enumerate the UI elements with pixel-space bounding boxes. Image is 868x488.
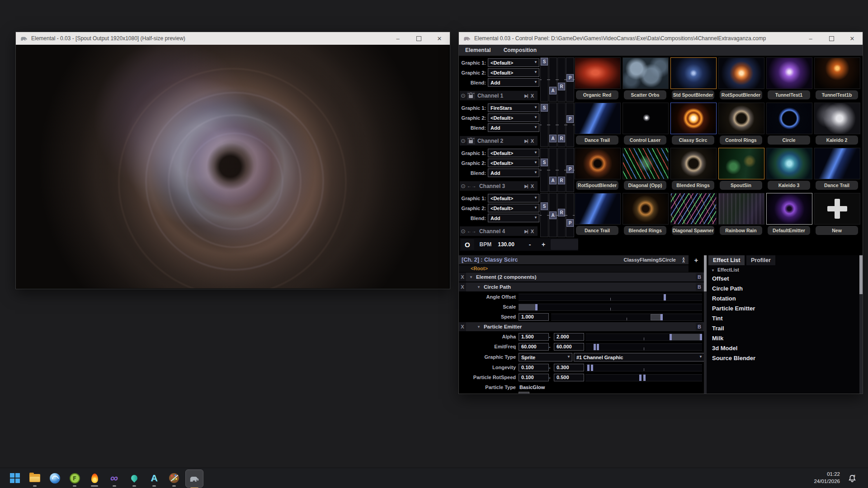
fader-a[interactable]: A (549, 193, 557, 237)
fader-handle-s[interactable]: S (541, 58, 548, 66)
remove-section-button[interactable]: X (459, 282, 466, 291)
fader-s[interactable]: S (540, 193, 548, 237)
channel-name[interactable]: Channel 2 (477, 138, 524, 144)
thumbnail-classy-scirc[interactable]: Classy Scirc (670, 103, 717, 146)
tab-profiler[interactable]: Profiler (746, 255, 775, 265)
fader-a[interactable]: A (549, 103, 557, 147)
collapse-triangle-icon[interactable]: ▼ (477, 285, 481, 289)
fader-p[interactable]: P (566, 103, 574, 147)
skip-to-end-icon[interactable]: ▶| (524, 229, 528, 234)
fader-handle-s[interactable]: S (541, 104, 548, 112)
slider-handle-max[interactable] (597, 344, 599, 350)
thumbnail-organic-red[interactable]: Organic Red (575, 57, 621, 101)
thumbnail-kaleido-2[interactable]: Kaleido 2 (814, 103, 860, 146)
inspector-preset-name[interactable]: ClassyFlamingSCircle (623, 257, 676, 263)
effect-list-scrollbar[interactable] (859, 255, 863, 394)
bypass-button[interactable]: B (696, 283, 703, 291)
longevity-range-slider[interactable] (585, 364, 702, 371)
graphic-slot-dropdown[interactable]: #1 Channel Graphic▼ (574, 353, 704, 361)
thumbnail-diagonal-opp[interactable]: Diagonal (Opp) (623, 148, 669, 191)
root-row[interactable]: <Root> (459, 265, 689, 272)
fader-s[interactable]: S (540, 103, 548, 147)
file-explorer-button[interactable] (26, 471, 43, 485)
fader-handle-p[interactable]: P (566, 219, 574, 227)
alpha-min-field[interactable]: 1.500 (519, 333, 549, 341)
speed-slider[interactable] (551, 314, 702, 321)
thumbnail-scatter-orbs[interactable]: Scatter Orbs (623, 57, 669, 101)
thumbnail-rainbow-rain[interactable]: Rainbow Rain (718, 193, 764, 236)
bpm-play-button[interactable]: O (461, 239, 474, 250)
effect-item-offset[interactable]: Offset (712, 275, 729, 282)
thumbnail-dance-trail[interactable]: Dance Trail (575, 103, 621, 146)
channel-close-button[interactable]: X (531, 93, 534, 99)
effect-item-trail[interactable]: Trail (712, 325, 724, 332)
slider-handle-min[interactable] (594, 344, 596, 350)
fader-s[interactable]: S (540, 57, 548, 102)
target-icon[interactable]: ⊙ (461, 183, 466, 189)
minimize-button[interactable]: – (800, 32, 821, 45)
bpm-spacer-button[interactable] (551, 239, 578, 250)
target-icon[interactable]: ⊙ (461, 228, 466, 234)
bpm-increase-button[interactable]: + (538, 239, 549, 249)
flame-app-button[interactable] (86, 471, 103, 485)
letter-a-app-button[interactable]: A (146, 471, 163, 485)
thumbnail-tunneltest1[interactable]: TunnelTest1 (766, 57, 812, 101)
graphic2-dropdown[interactable]: <Default>▼ (488, 204, 539, 212)
fader-handle-p[interactable]: P (566, 165, 574, 173)
thumbnail-rotspoutblender-2[interactable]: RotSpoutBlender (575, 148, 621, 191)
link-arrows-icon[interactable]: ←→ (467, 227, 476, 235)
bypass-button[interactable]: B (696, 273, 703, 281)
fader-handle-r[interactable]: R (558, 83, 565, 90)
section-element[interactable]: X ▼ Element (2 components) B (459, 272, 704, 282)
emitfreq-max-field[interactable]: 60.000 (554, 343, 584, 351)
maximize-button[interactable] (408, 32, 429, 45)
alpha-range-slider[interactable] (585, 333, 702, 341)
longevity-min-field[interactable]: 0.100 (519, 364, 549, 371)
thumbnail-new[interactable]: New (814, 193, 860, 236)
thumbnail-defaultemitter[interactable]: DefaultEmitter (766, 193, 812, 236)
collapse-chevrons-icon[interactable]: ∧∧ (679, 257, 689, 263)
thumbnail-spoutsin[interactable]: SpoutSin (718, 148, 764, 191)
preview-titlebar[interactable]: Elemental - 0.03 - [Spout Output 1920x10… (16, 32, 450, 45)
control-titlebar[interactable]: Elemental 0.03 - Control Panel: D:\GameD… (459, 32, 863, 45)
graphic1-dropdown[interactable]: <Default>▼ (488, 58, 539, 67)
thumbnail-blended-rings[interactable]: Blended Rings (670, 148, 717, 191)
slider-handle-min[interactable] (670, 334, 672, 340)
thumbnail-tunneltest1b[interactable]: TunnelTest1b (814, 57, 860, 101)
effect-item-3d-model[interactable]: 3d Model (712, 345, 737, 352)
menu-elemental[interactable]: Elemental (459, 47, 497, 53)
clipped-widget[interactable] (519, 392, 529, 394)
fader-handle-a[interactable]: A (549, 87, 557, 94)
blend-dropdown[interactable]: Add▼ (488, 123, 539, 132)
add-effect-button[interactable]: + (691, 255, 701, 264)
fader-p[interactable]: P (566, 193, 574, 237)
fader-handle-r[interactable]: R (558, 209, 565, 216)
fader-handle-r[interactable]: R (558, 135, 565, 142)
rotspeed-max-field[interactable]: 0.500 (554, 374, 584, 381)
slider-block-handle[interactable] (651, 314, 660, 320)
thumbnail-blended-rings-2[interactable]: Blended Rings (623, 193, 669, 236)
thumbnail-dance-trail-2[interactable]: Dance Trail (814, 148, 860, 191)
alpha-max-field[interactable]: 2.000 (554, 333, 584, 341)
graphic1-dropdown[interactable]: <Default>▼ (488, 149, 539, 157)
graphic2-dropdown[interactable]: <Default>▼ (488, 68, 539, 77)
slider-handle[interactable] (660, 314, 663, 320)
collapse-triangle-icon[interactable]: ▼ (477, 325, 481, 329)
start-button[interactable] (6, 471, 24, 485)
thumbnail-dance-trail-3[interactable]: Dance Trail (575, 193, 621, 236)
remove-section-button[interactable]: X (459, 322, 466, 331)
collapse-triangle-icon[interactable]: ▼ (469, 275, 473, 279)
longevity-max-field[interactable]: 0.300 (554, 364, 584, 371)
thumbnail-control-laser[interactable]: Control Laser (623, 103, 669, 146)
collapse-triangle-icon[interactable]: ▼ (711, 268, 715, 272)
fader-a[interactable]: A (549, 57, 557, 102)
lock-button[interactable]: "" (467, 92, 475, 99)
thumbnail-rotspoutblender[interactable]: RotSpoutBlender (718, 57, 764, 101)
skip-to-end-icon[interactable]: ▶| (524, 139, 528, 143)
close-button[interactable]: ✕ (842, 32, 863, 45)
fader-handle-s[interactable]: S (541, 159, 548, 166)
graphic1-dropdown[interactable]: <Default>▼ (488, 194, 539, 202)
fader-r[interactable]: R (557, 103, 566, 147)
channel-close-button[interactable]: X (531, 229, 534, 234)
slider-handle-min[interactable] (587, 365, 590, 371)
